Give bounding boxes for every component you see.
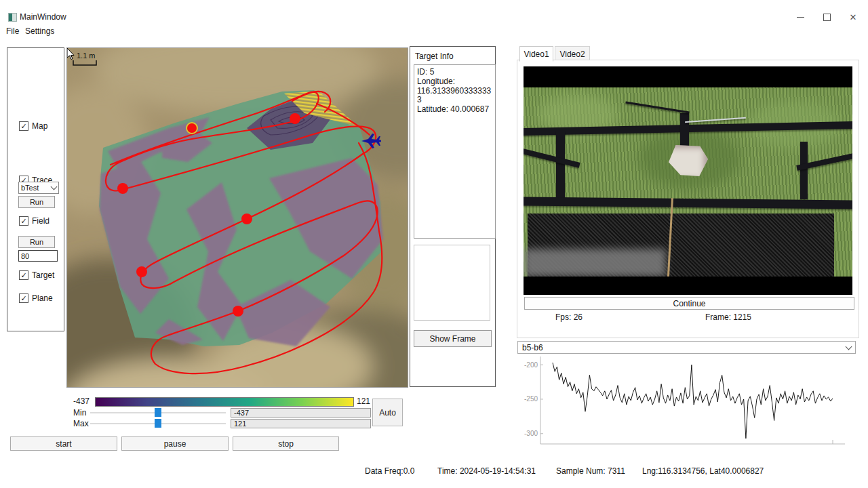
target-info-title: Target Info (415, 52, 454, 61)
main-window: MainWindow ✕ File Settings ✓ Map ✓ Trace… (0, 0, 868, 488)
frame-label: Frame: 1215 (705, 312, 751, 322)
target-longitude-value: 116.31339603333333 (417, 87, 492, 106)
close-icon: ✕ (850, 13, 857, 22)
checkbox-target[interactable]: ✓ Target (19, 270, 54, 280)
target-longitude-label: Longitude: (417, 77, 492, 87)
continue-button[interactable]: Continue (524, 297, 854, 310)
window-title: MainWindow (20, 12, 66, 22)
target-threshold-input[interactable]: 80 (18, 250, 58, 262)
max-slider-handle[interactable] (155, 419, 161, 428)
target-frame-preview-box (414, 245, 490, 321)
stop-button[interactable]: stop (233, 436, 339, 451)
checkbox-field[interactable]: ✓ Field (19, 216, 50, 226)
close-button[interactable]: ✕ (843, 11, 863, 23)
colorbar-min-label: -437 (73, 396, 90, 406)
target-info-panel: Target Info ID: 5 Longitude: 116.3133960… (410, 46, 496, 387)
target-dot[interactable] (186, 123, 197, 134)
map-viewport[interactable]: 1.1 m (66, 47, 408, 388)
checkbox-plane[interactable]: ✓ Plane (19, 293, 53, 303)
menu-file[interactable]: File (3, 26, 22, 37)
chevron-down-icon (846, 343, 852, 350)
status-time: Time: 2024-05-19-14:54:31 (437, 466, 536, 476)
show-frame-button[interactable]: Show Frame (414, 330, 492, 347)
video-panel: Continue Fps: 26 Frame: 1215 (517, 60, 859, 338)
status-data-freq: Data Freq:0.0 (365, 466, 414, 476)
video-frame (524, 66, 852, 295)
min-slider-handle[interactable] (155, 408, 161, 417)
max-value-field[interactable]: 121 (231, 419, 371, 428)
checkbox-checked-icon: ✓ (19, 216, 28, 226)
foam-light-edge (524, 249, 666, 277)
target-dot[interactable] (136, 266, 147, 277)
menu-settings[interactable]: Settings (22, 26, 57, 37)
map-scale-label: 1.1 m (77, 52, 96, 60)
rig-center-post (680, 113, 689, 147)
auto-scale-button[interactable]: Auto (372, 399, 403, 426)
start-button[interactable]: start (10, 436, 117, 451)
min-slider-label: Min (73, 408, 86, 418)
chevron-down-icon (51, 184, 58, 190)
layer-sidebar: ✓ Map ✓ Trace ✓ Field bTest Run ✓ Target… (7, 47, 64, 331)
target-id: ID: 5 (417, 68, 492, 77)
restore-icon (823, 14, 831, 21)
target-dot[interactable] (241, 214, 252, 224)
video-grass-field (524, 87, 852, 277)
checkbox-target-label: Target (32, 270, 54, 280)
field-select-value: bTest (21, 184, 39, 192)
signal-chart-svg: -200-250-300 (519, 354, 861, 450)
y-tick-label: -200 (524, 361, 538, 369)
minimize-button[interactable] (790, 11, 810, 23)
checkbox-map[interactable]: ✓ Map (19, 121, 47, 131)
y-tick-label: -250 (524, 395, 538, 403)
target-latitude: Latitude: 40.000687 (417, 105, 492, 115)
pause-button[interactable]: pause (121, 436, 229, 451)
target-dot[interactable] (117, 183, 128, 194)
channel-select-value: b5-b6 (522, 343, 543, 352)
restore-button[interactable] (816, 11, 837, 23)
signal-line-series (553, 363, 833, 439)
colorbar-gradient (95, 397, 354, 407)
rig-left-post (556, 131, 565, 199)
field-select[interactable]: bTest (18, 182, 59, 194)
target-run-button[interactable]: Run (18, 236, 55, 248)
rig-right-post (800, 142, 808, 199)
signal-chart: -200-250-300 (519, 354, 861, 450)
checkbox-plane-label: Plane (32, 293, 53, 303)
target-info-box: ID: 5 Longitude: 116.31339603333333 Lati… (414, 64, 496, 239)
channel-select[interactable]: b5-b6 (517, 341, 856, 354)
checkbox-field-label: Field (32, 216, 50, 226)
app-icon (8, 13, 17, 22)
fps-label: Fps: 26 (555, 312, 583, 322)
status-coords: Lng:116.3134756, Lat40.0006827 (642, 466, 764, 476)
target-dot[interactable] (233, 306, 243, 317)
status-sample-num: Sample Num: 7311 (556, 466, 625, 476)
checkbox-checked-icon: ✓ (19, 121, 28, 131)
y-tick-label: -300 (524, 430, 538, 437)
tab-video2[interactable]: Video2 (555, 46, 590, 61)
target-dot[interactable] (290, 113, 300, 124)
minimize-icon (797, 17, 804, 18)
colorbar-max-label: 121 (357, 396, 370, 406)
checkbox-map-label: Map (32, 121, 47, 131)
min-value-field[interactable]: -437 (231, 408, 371, 418)
title-bar: MainWindow ✕ (0, 0, 868, 24)
map-canvas: 1.1 m (67, 48, 408, 387)
tab-video1[interactable]: Video1 (519, 46, 553, 62)
checkbox-checked-icon: ✓ (19, 293, 28, 303)
checkbox-checked-icon: ✓ (19, 270, 28, 280)
max-slider-label: Max (73, 419, 89, 428)
field-run-button[interactable]: Run (18, 196, 55, 208)
